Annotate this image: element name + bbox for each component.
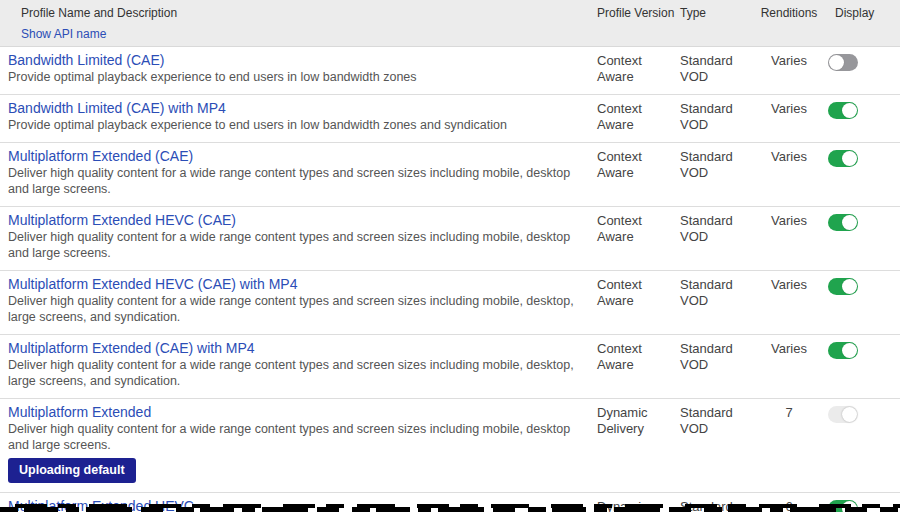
uploading-default-badge: Uploading default <box>8 458 136 483</box>
profile-version: Context Aware <box>590 276 680 325</box>
profile-description: Provide optimal playback experience to e… <box>8 69 585 85</box>
renditions-count: Varies <box>758 276 820 325</box>
profile-type: Standard VOD <box>680 52 758 85</box>
col-header-renditions: Renditions <box>758 3 820 45</box>
profile-description: Deliver high quality content for a wide … <box>8 229 585 261</box>
clipped-edge-artifact <box>0 504 900 512</box>
display-toggle[interactable] <box>828 102 858 119</box>
profile-type: Standard VOD <box>680 340 758 389</box>
profile-name-link[interactable]: Multiplatform Extended (CAE) with MP4 <box>8 340 585 357</box>
profile-version: Context Aware <box>590 100 680 133</box>
table-row: Multiplatform Extended HEVC (CAE) with M… <box>0 271 900 335</box>
renditions-count: Varies <box>758 52 820 85</box>
profile-name-link[interactable]: Multiplatform Extended HEVC (CAE) with M… <box>8 276 585 293</box>
table-row: Multiplatform Extended HEVC (CAE) Delive… <box>0 207 900 271</box>
table-row: Multiplatform Extended Deliver high qual… <box>0 399 900 493</box>
profile-version: Dynamic Delivery <box>590 404 680 483</box>
profile-version: Context Aware <box>590 212 680 261</box>
display-toggle[interactable] <box>828 214 858 231</box>
profile-name-link[interactable]: Bandwidth Limited (CAE) <box>8 52 585 69</box>
renditions-count: Varies <box>758 100 820 133</box>
profile-type: Standard VOD <box>680 212 758 261</box>
renditions-count: 7 <box>758 404 820 483</box>
display-toggle[interactable] <box>828 150 858 167</box>
profile-type: Standard VOD <box>680 404 758 483</box>
profile-type: Standard VOD <box>680 148 758 197</box>
ingest-profiles-table: Profile Name and Description Show API na… <box>0 0 900 512</box>
display-toggle[interactable] <box>828 54 858 71</box>
display-toggle[interactable] <box>828 406 858 423</box>
profile-type: Standard VOD <box>680 276 758 325</box>
profile-description: Deliver high quality content for a wide … <box>8 421 585 453</box>
profile-version: Context Aware <box>590 340 680 389</box>
table-row: Bandwidth Limited (CAE) Provide optimal … <box>0 47 900 95</box>
renditions-count: Varies <box>758 148 820 197</box>
profile-version: Context Aware <box>590 148 680 197</box>
profile-description: Deliver high quality content for a wide … <box>8 357 585 389</box>
profile-description: Deliver high quality content for a wide … <box>8 165 585 197</box>
table-row: Multiplatform Extended (CAE) with MP4 De… <box>0 335 900 399</box>
table-row: Bandwidth Limited (CAE) with MP4 Provide… <box>0 95 900 143</box>
profile-version: Context Aware <box>590 52 680 85</box>
profile-description: Deliver high quality content for a wide … <box>8 293 585 325</box>
profile-name-link[interactable]: Bandwidth Limited (CAE) with MP4 <box>8 100 585 117</box>
profile-name-link[interactable]: Multiplatform Extended (CAE) <box>8 148 585 165</box>
display-toggle[interactable] <box>828 278 858 295</box>
renditions-count: Varies <box>758 212 820 261</box>
table-header: Profile Name and Description Show API na… <box>0 0 900 47</box>
renditions-count: Varies <box>758 340 820 389</box>
display-toggle[interactable] <box>828 342 858 359</box>
col-header-profile-name: Profile Name and Description <box>21 6 177 20</box>
profile-description: Provide optimal playback experience to e… <box>8 117 585 133</box>
table-row: Multiplatform Extended (CAE) Deliver hig… <box>0 143 900 207</box>
col-header-profile-version: Profile Version <box>590 3 680 45</box>
show-api-name-link[interactable]: Show API name <box>21 24 585 45</box>
col-header-type: Type <box>680 3 758 45</box>
profile-name-link[interactable]: Multiplatform Extended <box>8 404 585 421</box>
profile-type: Standard VOD <box>680 100 758 133</box>
col-header-display: Display <box>820 3 900 45</box>
profile-name-link[interactable]: Multiplatform Extended HEVC (CAE) <box>8 212 585 229</box>
